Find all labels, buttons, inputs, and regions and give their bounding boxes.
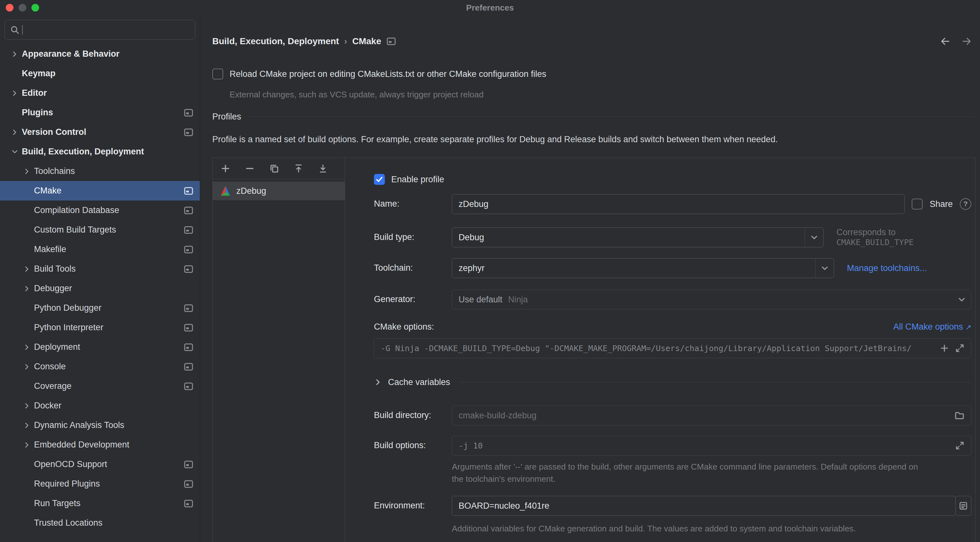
chevron-down-icon[interactable] [805,228,823,247]
toolchain-select[interactable]: zephyr [452,258,834,278]
toolchain-label: Toolchain: [374,263,413,273]
chevron-right-icon[interactable] [20,343,34,351]
chevron-right-icon[interactable] [8,89,22,97]
name-field[interactable] [452,194,905,214]
sidebar-item-required-plugins[interactable]: Required Plugins [0,474,200,494]
sidebar-item-label: CMake [34,186,180,196]
sidebar-item-label: Python Debugger [34,303,180,313]
sidebar-item-openocd-support[interactable]: OpenOCD Support [0,455,200,474]
build-type-select[interactable]: Debug [452,227,824,247]
sidebar-item-deployment[interactable]: Deployment [0,337,200,357]
reload-cmake-checkbox[interactable] [212,68,223,79]
sidebar-item-label: Plugins [22,108,180,117]
sidebar-item-plugins[interactable]: Plugins [0,103,200,122]
sidebar-item-label: Deployment [34,342,180,352]
chevron-down-icon[interactable] [815,258,834,278]
copy-profile-button[interactable] [269,163,279,174]
environment-help: Additional variables for CMake generatio… [452,523,914,535]
settings-sidebar: Appearance & Behavior Keymap Editor Plug… [0,15,200,542]
sidebar-item-label: Build, Execution, Deployment [22,147,189,157]
chevron-right-icon[interactable] [20,363,34,371]
sidebar-item-embedded-development[interactable]: Embedded Development [0,435,200,455]
export-profile-button[interactable] [293,163,304,174]
chevron-right-icon[interactable] [8,128,22,136]
folder-icon[interactable] [955,410,965,421]
import-profile-button[interactable] [318,163,328,174]
remove-profile-button[interactable] [245,163,255,174]
chevron-right-icon[interactable] [20,402,34,410]
environment-input[interactable] [458,501,949,511]
sidebar-item-console[interactable]: Console [0,357,200,376]
external-link-icon: ↗ [966,323,971,331]
sidebar-item-trusted-locations[interactable]: Trusted Locations [0,513,200,533]
manage-toolchains-link[interactable]: Manage toolchains... [847,263,927,273]
sidebar-item-run-targets[interactable]: Run Targets [0,494,200,513]
profiles-description: Profile is a named set of build options.… [212,135,961,144]
expand-editor-icon[interactable] [955,441,965,450]
project-level-icon [184,108,193,117]
sidebar-item-python-interpreter[interactable]: Python Interpreter [0,318,200,337]
enable-profile-checkbox[interactable] [374,174,385,185]
sidebar-item-editor[interactable]: Editor [0,83,200,103]
build-options-label: Build options: [374,441,426,450]
cmake-options-field[interactable]: -G Ninja -DCMAKE_BUILD_TYPE=Debug "-DCMA… [374,338,971,358]
add-profile-button[interactable] [220,163,231,174]
sidebar-item-label: OpenOCD Support [34,460,180,469]
all-cmake-options-link[interactable]: All CMake options ↗ [893,322,971,332]
expand-editor-icon[interactable] [955,343,965,353]
profile-list-item[interactable]: zDebug [213,182,345,200]
profiles-toolbar [213,158,345,179]
chevron-right-icon[interactable] [8,50,22,58]
sidebar-item-debugger[interactable]: Debugger [0,279,200,298]
cache-variables-label: Cache variables [388,377,450,387]
build-options-field[interactable] [452,436,971,455]
back-button[interactable] [939,35,951,48]
sidebar-item-label: Makefile [34,244,180,254]
generator-select[interactable]: Use default Ninja [452,290,971,309]
help-icon[interactable]: ? [960,198,971,210]
sidebar-item-keymap[interactable]: Keymap [0,64,200,83]
breadcrumb-current[interactable]: CMake [352,36,381,46]
sidebar-item-appearance-behavior[interactable]: Appearance & Behavior [0,44,200,64]
sidebar-item-toolchains[interactable]: Toolchains [0,162,200,181]
sidebar-item-version-control[interactable]: Version Control [0,122,200,142]
breadcrumb-root[interactable]: Build, Execution, Deployment [212,36,339,46]
sidebar-item-custom-build-targets[interactable]: Custom Build Targets [0,220,200,239]
search-input[interactable] [5,20,195,40]
section-divider [248,117,975,117]
forward-button[interactable] [961,35,973,48]
sidebar-item-docker[interactable]: Docker [0,396,200,415]
add-option-icon[interactable] [940,343,949,353]
sidebar-item-label: Debugger [34,284,189,293]
project-level-icon [184,127,193,137]
reload-cmake-note: External changes, such as VCS update, al… [230,90,484,100]
sidebar-item-compilation-database[interactable]: Compilation Database [0,201,200,220]
sidebar-item-build-tools[interactable]: Build Tools [0,259,200,279]
environment-field[interactable] [452,496,956,516]
chevron-right-icon[interactable] [20,285,34,292]
chevron-right-icon[interactable] [20,265,34,273]
project-level-icon [184,264,193,274]
sidebar-item-dynamic-analysis-tools[interactable]: Dynamic Analysis Tools [0,415,200,435]
chevron-right-icon[interactable] [20,422,34,429]
project-level-icon [387,36,396,46]
generator-hint: Ninja [508,295,953,304]
cache-variables-toggle[interactable]: Cache variables [374,375,971,389]
chevron-right-icon[interactable] [20,168,34,175]
chevron-right-icon[interactable] [8,148,22,156]
build-directory-field[interactable] [452,406,971,425]
sidebar-item-build-execution-deployment[interactable]: Build, Execution, Deployment [0,142,200,162]
chevron-right-icon[interactable] [20,441,34,449]
share-checkbox[interactable] [912,199,923,209]
sidebar-item-coverage[interactable]: Coverage [0,376,200,396]
sidebar-item-cmake[interactable]: CMake [0,181,200,201]
build-directory-input[interactable] [458,410,948,421]
name-input[interactable] [458,199,898,209]
sidebar-item-python-debugger[interactable]: Python Debugger [0,298,200,318]
sidebar-item-label: Dynamic Analysis Tools [34,420,189,430]
generator-label: Generator: [374,295,415,304]
chevron-down-icon[interactable] [953,290,971,309]
sidebar-item-makefile[interactable]: Makefile [0,239,200,259]
build-options-input[interactable] [458,441,949,450]
environment-variables-button[interactable] [955,496,971,516]
